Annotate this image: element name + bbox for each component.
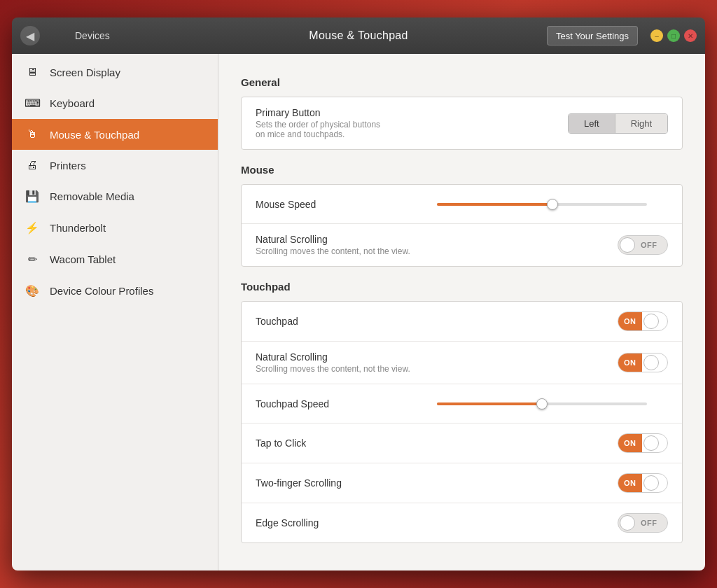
touchpad-toggle-row: Touchpad ON xyxy=(242,302,682,342)
sidebar-item-thunderbolt[interactable]: ⚡ Thunderbolt xyxy=(12,212,218,244)
touchpad-speed-fill xyxy=(437,402,542,405)
tap-to-click-info: Tap to Click xyxy=(256,438,606,449)
edge-scrolling-control[interactable]: OFF xyxy=(618,513,668,533)
toggle-knob xyxy=(620,515,635,531)
touchpad-section-title: Touchpad xyxy=(241,281,683,293)
two-finger-scrolling-info: Two-finger Scrolling xyxy=(256,477,606,489)
sidebar-item-keyboard[interactable]: ⌨ Keyboard xyxy=(12,88,218,119)
touchpad-toggle-label: Touchpad xyxy=(256,316,606,327)
mouse-speed-slider[interactable] xyxy=(437,203,647,206)
keyboard-icon: ⌨ xyxy=(25,97,40,110)
toggle-on-label: ON xyxy=(618,354,642,372)
toggle-knob xyxy=(643,355,659,370)
two-finger-scrolling-control[interactable]: ON xyxy=(618,473,668,493)
left-button[interactable]: Left xyxy=(569,114,615,133)
left-right-button-group[interactable]: Left Right xyxy=(568,113,668,134)
primary-button-label: Primary Button xyxy=(256,107,557,118)
sidebar-item-removable-media[interactable]: 💾 Removable Media xyxy=(12,181,218,212)
tap-to-click-control[interactable]: ON xyxy=(618,433,668,453)
tap-to-click-row: Tap to Click ON xyxy=(242,424,682,463)
touchpad-natural-scrolling-toggle[interactable]: ON xyxy=(618,353,668,372)
mouse-icon: 🖱 xyxy=(25,128,40,141)
mouse-card: Mouse Speed Natural Scrolling xyxy=(241,184,683,267)
tap-to-click-label: Tap to Click xyxy=(256,438,606,449)
touchpad-speed-slider[interactable] xyxy=(437,402,647,405)
edge-scrolling-toggle[interactable]: OFF xyxy=(618,513,668,533)
colour-profiles-icon: 🎨 xyxy=(25,284,40,298)
mouse-speed-label: Mouse Speed xyxy=(256,199,437,210)
screen-display-icon: 🖥 xyxy=(25,66,40,78)
mouse-speed-info: Mouse Speed xyxy=(256,199,437,210)
sidebar-item-label: Thunderbolt xyxy=(50,222,106,234)
content-area: 🖥 Screen Display ⌨ Keyboard 🖱 Mouse & To… xyxy=(12,54,705,570)
toggle-knob xyxy=(643,435,659,451)
touchpad-speed-thumb[interactable] xyxy=(536,398,548,410)
minimize-button[interactable]: – xyxy=(650,29,663,42)
general-section-title: General xyxy=(241,76,683,88)
mouse-speed-control[interactable] xyxy=(437,203,668,206)
test-settings-button[interactable]: Test Your Settings xyxy=(547,26,638,46)
toggle-off-label: OFF xyxy=(636,236,662,254)
toggle-knob xyxy=(643,314,659,329)
touchpad-speed-info: Touchpad Speed xyxy=(256,398,437,410)
section-label: Devices xyxy=(75,30,110,41)
mouse-natural-scrolling-info: Natural Scrolling Scrolling moves the co… xyxy=(256,234,606,256)
mouse-natural-scrolling-label: Natural Scrolling xyxy=(256,234,606,245)
sidebar-item-label: Printers xyxy=(50,160,86,172)
sidebar-item-label: Screen Display xyxy=(50,66,120,78)
mouse-speed-row: Mouse Speed xyxy=(242,185,682,224)
touchpad-toggle-control[interactable]: ON xyxy=(618,312,668,331)
mouse-section-title: Mouse xyxy=(241,164,683,176)
edge-scrolling-row: Edge Scrolling OFF xyxy=(242,503,682,542)
primary-button-row: Primary Button Sets the order of physica… xyxy=(242,97,682,149)
touchpad-natural-scrolling-control[interactable]: ON xyxy=(618,353,668,372)
mouse-speed-thumb[interactable] xyxy=(547,199,558,210)
sidebar: 🖥 Screen Display ⌨ Keyboard 🖱 Mouse & To… xyxy=(12,54,218,570)
touchpad-card: Touchpad ON Natural Scrolling Scrolling … xyxy=(241,301,683,543)
edge-scrolling-label: Edge Scrolling xyxy=(256,517,606,528)
touchpad-natural-scrolling-info: Natural Scrolling Scrolling moves the co… xyxy=(256,351,606,374)
sidebar-item-device-colour-profiles[interactable]: 🎨 Device Colour Profiles xyxy=(12,275,218,307)
titlebar: ◀ Devices Mouse & Touchpad Test Your Set… xyxy=(12,18,705,54)
back-button[interactable]: ◀ xyxy=(20,26,40,46)
printers-icon: 🖨 xyxy=(25,159,40,172)
toggle-on-label: ON xyxy=(618,434,642,452)
toggle-knob xyxy=(643,475,659,491)
edge-scrolling-info: Edge Scrolling xyxy=(256,517,606,528)
primary-button-control: Left Right xyxy=(568,113,668,134)
touchpad-toggle[interactable]: ON xyxy=(618,312,668,331)
mouse-speed-track xyxy=(437,203,647,206)
sidebar-item-printers[interactable]: 🖨 Printers xyxy=(12,150,218,181)
sidebar-item-wacom-tablet[interactable]: ✏ Wacom Tablet xyxy=(12,244,218,275)
right-button[interactable]: Right xyxy=(615,114,667,133)
toggle-on-label: ON xyxy=(618,474,642,492)
touchpad-speed-control[interactable] xyxy=(437,402,668,405)
sidebar-item-screen-display[interactable]: 🖥 Screen Display xyxy=(12,57,218,88)
wacom-icon: ✏ xyxy=(25,253,40,266)
removable-media-icon: 💾 xyxy=(25,190,40,203)
sidebar-item-label: Keyboard xyxy=(50,97,95,109)
mouse-natural-scrolling-desc: Scrolling moves the content, not the vie… xyxy=(256,246,606,256)
close-button[interactable]: ✕ xyxy=(684,29,697,42)
primary-button-desc: Sets the order of physical buttonson mic… xyxy=(256,120,557,139)
touchpad-natural-scrolling-desc: Scrolling moves the content, not the vie… xyxy=(256,364,606,374)
two-finger-scrolling-label: Two-finger Scrolling xyxy=(256,477,606,489)
main-settings: General Primary Button Sets the order of… xyxy=(218,54,705,570)
toggle-knob xyxy=(620,237,635,253)
touchpad-speed-row: Touchpad Speed xyxy=(242,384,682,424)
touchpad-speed-label: Touchpad Speed xyxy=(256,398,437,410)
thunderbolt-icon: ⚡ xyxy=(25,221,40,234)
tap-to-click-toggle[interactable]: ON xyxy=(618,433,668,453)
two-finger-scrolling-toggle[interactable]: ON xyxy=(618,473,668,493)
maximize-button[interactable]: □ xyxy=(667,29,680,42)
window-controls: – □ ✕ xyxy=(650,29,697,42)
mouse-natural-scrolling-control[interactable]: OFF xyxy=(618,235,668,255)
touchpad-natural-scrolling-row: Natural Scrolling Scrolling moves the co… xyxy=(242,342,682,384)
two-finger-scrolling-row: Two-finger Scrolling ON xyxy=(242,463,682,503)
sidebar-item-label: Removable Media xyxy=(50,190,134,202)
primary-button-info: Primary Button Sets the order of physica… xyxy=(256,107,557,139)
mouse-speed-fill xyxy=(437,203,552,206)
sidebar-item-mouse-touchpad[interactable]: 🖱 Mouse & Touchpad xyxy=(12,119,218,150)
mouse-natural-scrolling-toggle[interactable]: OFF xyxy=(618,235,668,255)
sidebar-item-label: Mouse & Touchpad xyxy=(50,129,139,141)
